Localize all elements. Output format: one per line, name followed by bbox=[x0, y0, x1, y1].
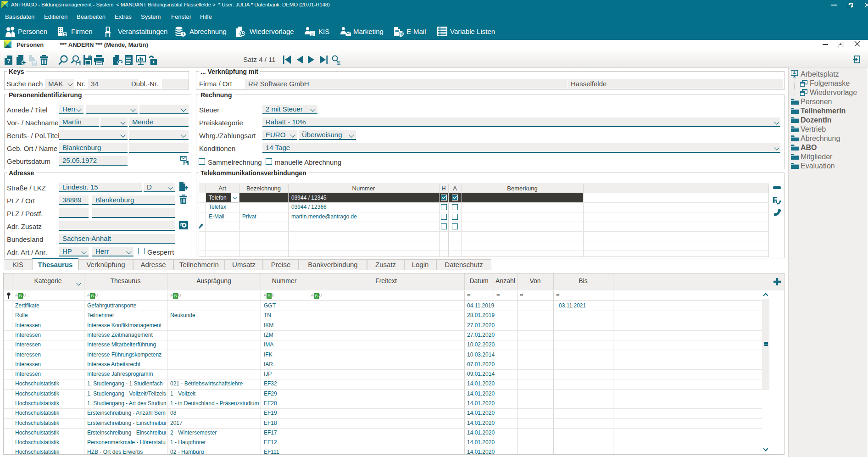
svg-text:?: ? bbox=[7, 57, 11, 64]
svg-text:@: @ bbox=[398, 31, 403, 36]
svg-text:1: 1 bbox=[182, 32, 184, 36]
